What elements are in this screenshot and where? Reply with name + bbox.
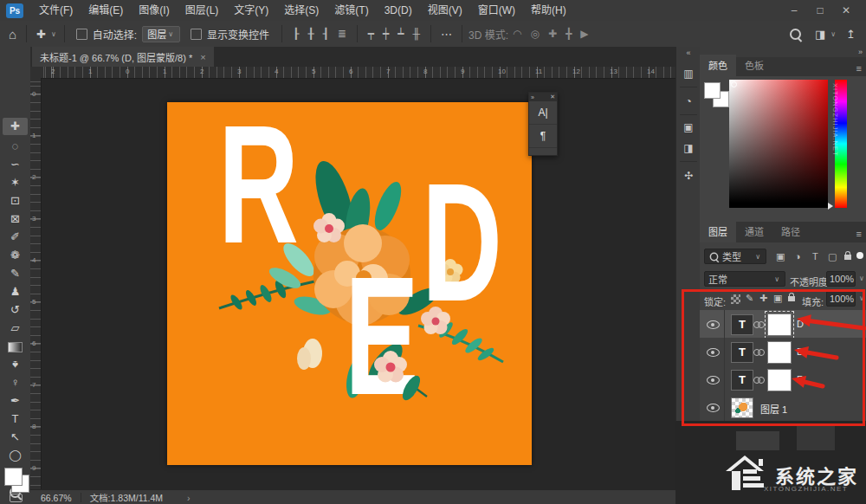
layer-row-D[interactable]: T D xyxy=(700,310,866,339)
tab-channels[interactable]: 通道 xyxy=(736,221,772,242)
text-layer-thumbnail[interactable]: T xyxy=(731,342,753,363)
menu-type[interactable]: 文字(Y) xyxy=(226,0,276,21)
visibility-eye-icon[interactable] xyxy=(707,376,720,384)
healing-brush-tool[interactable]: ❁ xyxy=(0,247,30,264)
panel-collapse-icon[interactable]: » xyxy=(531,94,534,100)
menu-image[interactable]: 图像(I) xyxy=(131,0,177,21)
align-bottom-icon[interactable]: ┷ xyxy=(393,28,408,40)
menu-layer[interactable]: 图层(L) xyxy=(178,0,227,21)
workspace-icon[interactable]: ◨ xyxy=(811,28,829,41)
layer-name[interactable]: R xyxy=(797,374,804,384)
collapse-dock-icon[interactable]: « xyxy=(676,48,701,57)
filter-shape-layers-icon[interactable]: ▢ xyxy=(828,251,837,262)
dodge-tool[interactable]: ♀ xyxy=(0,374,30,391)
layer-name[interactable]: 图层 1 xyxy=(760,402,787,416)
character-panel-button[interactable]: A| xyxy=(529,101,557,125)
menu-3d[interactable]: 3D(D) xyxy=(377,0,420,21)
tab-layers[interactable]: 图层 xyxy=(700,221,736,242)
close-button[interactable]: ✕ xyxy=(833,0,859,21)
clone-stamp-tool[interactable]: ♟ xyxy=(0,283,30,300)
layer-mask-thumbnail[interactable] xyxy=(767,341,792,364)
foreground-color-swatch[interactable] xyxy=(4,468,23,486)
layer-name[interactable]: D xyxy=(797,319,804,329)
expand-panels-icon[interactable]: » xyxy=(858,48,863,56)
type-tool[interactable]: T xyxy=(0,410,30,428)
brush-tool[interactable]: ✎ xyxy=(0,265,30,282)
move-tool-icon[interactable]: ✚ xyxy=(33,28,49,41)
color-field[interactable] xyxy=(729,80,828,208)
tab-color[interactable]: 颜色 xyxy=(700,55,736,76)
maximize-button[interactable]: □ xyxy=(807,0,833,21)
distribute-horizontal-icon[interactable]: ≣ xyxy=(333,28,351,40)
paragraph-panel-button[interactable]: ¶ xyxy=(529,125,557,148)
layer-row-image[interactable]: 图层 1 xyxy=(700,393,866,422)
panel-close-icon[interactable]: ✕ xyxy=(550,94,555,100)
opacity-value[interactable]: 100% xyxy=(826,271,856,287)
align-middle-icon[interactable]: ┿ xyxy=(378,28,393,40)
menu-edit[interactable]: 编辑(E) xyxy=(81,0,131,21)
home-icon[interactable]: ⌂ xyxy=(5,27,20,42)
document-tab[interactable]: 未标题-1 @ 66.7% (D, 图层蒙版/8) * × xyxy=(32,47,214,67)
close-icon[interactable]: × xyxy=(200,52,205,62)
lock-paint-icon[interactable]: ✎ xyxy=(746,293,753,304)
dock-panel-icon-4[interactable]: ◨ xyxy=(676,142,701,154)
blend-mode-dropdown[interactable]: 正常 ∨ xyxy=(704,271,785,287)
move-tool[interactable]: ✚ xyxy=(3,118,28,135)
magic-wand-tool[interactable]: ✶ xyxy=(0,174,30,191)
tab-swatches[interactable]: 色板 xyxy=(736,55,772,76)
tab-paths[interactable]: 路径 xyxy=(772,221,809,242)
menu-select[interactable]: 选择(S) xyxy=(276,0,326,21)
chevron-down-icon[interactable]: ∨ xyxy=(829,30,837,38)
gradient-tool[interactable] xyxy=(0,338,30,355)
pen-tool[interactable]: ✒ xyxy=(0,392,30,410)
dock-panel-icon-2[interactable]: ◔ xyxy=(676,95,701,107)
horizontal-ruler[interactable]: 2 1 0 1 2 3 4 5 6 7 8 9 10 11 12 13 14 xyxy=(41,67,675,79)
eraser-tool[interactable]: ▱ xyxy=(0,320,30,337)
screen-mode-icon[interactable] xyxy=(10,494,23,502)
distribute-vertical-icon[interactable]: ╫ xyxy=(409,28,425,40)
filter-adjustment-layers-icon[interactable]: ◑ xyxy=(795,251,801,262)
dock-panel-icon-1[interactable]: ▥ xyxy=(676,68,701,80)
panel-menu-icon[interactable]: ≡ xyxy=(856,229,862,239)
marquee-tool[interactable]: ◌ xyxy=(0,138,30,155)
layer-mask-thumbnail[interactable] xyxy=(767,369,792,391)
layer-name[interactable]: E xyxy=(797,346,803,357)
status-chevron-icon[interactable]: › xyxy=(187,493,191,503)
panel-menu-icon[interactable]: ≡ xyxy=(856,63,862,74)
share-icon[interactable]: ↥ xyxy=(843,28,859,41)
search-icon[interactable] xyxy=(790,29,801,40)
blur-tool[interactable]: ♠ xyxy=(0,356,30,373)
filter-type-layers-icon[interactable]: T xyxy=(812,251,818,262)
layer-row-R[interactable]: T R xyxy=(700,365,866,394)
menu-filter[interactable]: 滤镜(T) xyxy=(326,0,376,21)
auto-select-checkbox[interactable] xyxy=(76,29,87,40)
chevron-down-icon[interactable]: ∨ xyxy=(49,30,58,38)
shape-tool[interactable]: ◯ xyxy=(0,447,30,464)
vertical-ruler[interactable]: 0 1 2 3 4 5 6 7 8 9 xyxy=(30,78,42,489)
layer-filter-dropdown[interactable]: 类型 ∨ xyxy=(704,249,766,264)
menu-window[interactable]: 窗口(W) xyxy=(470,0,523,21)
align-center-icon[interactable]: ╂ xyxy=(303,28,318,40)
image-layer-thumbnail[interactable] xyxy=(731,397,753,418)
more-options-icon[interactable]: ⋯ xyxy=(437,28,456,41)
text-layer-thumbnail[interactable]: T xyxy=(731,370,753,391)
text-layer-thumbnail[interactable]: T xyxy=(731,314,753,335)
filter-toggle-icon[interactable] xyxy=(856,252,863,259)
visibility-eye-icon[interactable] xyxy=(707,348,720,357)
path-select-tool[interactable]: ↖ xyxy=(0,429,30,446)
visibility-eye-icon[interactable] xyxy=(707,320,720,329)
align-right-icon[interactable]: ┨ xyxy=(319,28,333,40)
frame-tool[interactable]: ⊠ xyxy=(0,210,30,228)
dock-panel-icon-3[interactable]: ▣ xyxy=(676,121,701,133)
zoom-level[interactable]: 66.67% xyxy=(41,493,72,503)
minimize-button[interactable]: – xyxy=(781,0,807,21)
visibility-eye-icon[interactable] xyxy=(707,404,720,412)
align-top-icon[interactable]: ┯ xyxy=(364,28,378,40)
menu-file[interactable]: 文件(F) xyxy=(31,0,81,21)
crop-tool[interactable]: ⊡ xyxy=(0,192,30,210)
lock-transparent-icon[interactable] xyxy=(731,294,740,304)
layer-row-E[interactable]: T E xyxy=(700,338,866,366)
foreground-color-swatch[interactable] xyxy=(704,82,721,99)
filter-smart-objects-icon[interactable] xyxy=(844,255,851,260)
lasso-tool[interactable]: ∽ xyxy=(0,156,30,173)
